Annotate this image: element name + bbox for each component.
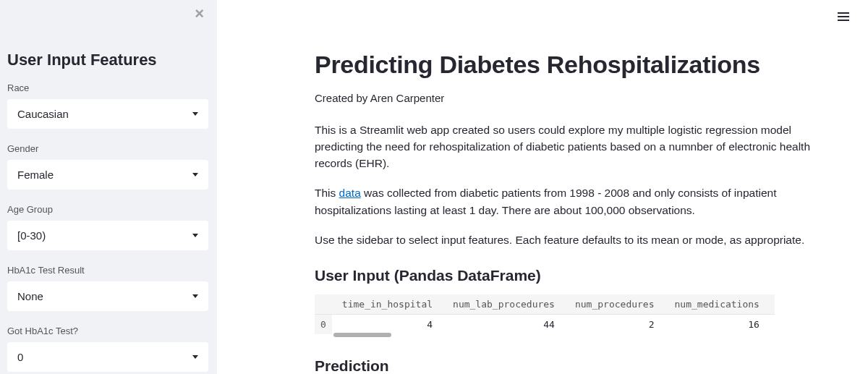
data-link[interactable]: data — [339, 187, 361, 199]
sidebar: × User Input Features Race Caucasian Gen… — [0, 0, 217, 374]
col-header: num_procedures — [565, 294, 665, 315]
select-got-hba1c[interactable]: 0 — [7, 342, 208, 372]
cell: 16 — [665, 315, 770, 335]
table-header-row: time_in_hospital num_lab_procedures num_… — [315, 294, 775, 315]
select-value: None — [17, 290, 43, 302]
select-gender[interactable]: Female — [7, 160, 208, 190]
row-index: 0 — [315, 315, 332, 335]
table-row: 0 4 44 2 16 — [315, 315, 775, 335]
index-header — [315, 294, 332, 315]
hamburger-menu-icon[interactable] — [833, 6, 854, 27]
chevron-down-icon — [192, 112, 198, 116]
cell: 44 — [443, 315, 565, 335]
field-label-gender: Gender — [7, 143, 208, 154]
intro-paragraph-3: Use the sidebar to select input features… — [315, 231, 821, 248]
field-label-race: Race — [7, 82, 208, 93]
chevron-down-icon — [192, 355, 198, 359]
chevron-down-icon — [192, 173, 198, 177]
page-title: Predicting Diabetes Rehospitalizations — [315, 51, 821, 79]
chevron-down-icon — [192, 294, 198, 298]
col-header: time_in_hospital — [332, 294, 443, 315]
field-label-hba1c-result: HbA1c Test Result — [7, 265, 208, 276]
intro-paragraph-1: This is a Streamlit web app created so u… — [315, 122, 821, 172]
p2-suffix: was collected from diabetic patients fro… — [315, 187, 776, 216]
cell: 4 — [332, 315, 443, 335]
select-value: [0-30) — [17, 229, 46, 242]
col-header: num_medications — [665, 294, 770, 315]
col-header: number — [770, 294, 775, 315]
chevron-down-icon — [192, 234, 198, 237]
p2-prefix: This — [315, 187, 339, 199]
scrollbar-thumb[interactable] — [333, 333, 391, 337]
close-icon[interactable]: × — [195, 6, 204, 22]
sidebar-title: User Input Features — [7, 51, 208, 69]
user-input-heading: User Input (Pandas DataFrame) — [315, 267, 821, 284]
horizontal-scrollbar[interactable] — [315, 333, 775, 339]
select-value: Female — [17, 169, 54, 181]
select-value: 0 — [17, 351, 23, 363]
select-hba1c-result[interactable]: None — [7, 281, 208, 311]
byline: Created by Aren Carpenter — [315, 90, 821, 107]
col-header: num_lab_procedures — [443, 294, 565, 315]
select-value: Caucasian — [17, 108, 69, 120]
dataframe[interactable]: time_in_hospital num_lab_procedures num_… — [315, 294, 775, 339]
select-age-group[interactable]: [0-30) — [7, 221, 208, 250]
cell: 2 — [565, 315, 665, 335]
select-race[interactable]: Caucasian — [7, 99, 208, 129]
intro-paragraph-2: This data was collected from diabetic pa… — [315, 184, 821, 218]
cell — [770, 315, 775, 335]
field-label-got-hba1c: Got HbA1c Test? — [7, 326, 208, 336]
prediction-heading: Prediction — [315, 357, 821, 374]
field-label-age-group: Age Group — [7, 204, 208, 215]
main: Predicting Diabetes Rehospitalizations C… — [217, 0, 868, 374]
